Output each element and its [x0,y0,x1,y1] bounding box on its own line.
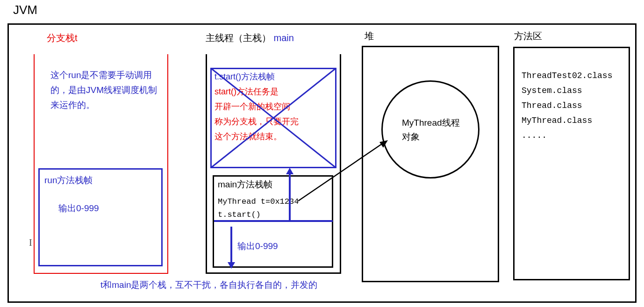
run-frame-title: run方法栈帧 [44,174,93,186]
svg-marker-3 [286,168,293,174]
diagram-canvas: JVM 分支栈t 主线程（主栈） main 堆 方法区 这个run是不需要手动调… [0,0,644,307]
jvm-title: JVM [13,3,37,17]
start-frame-line4: 称为分支栈，只要开完 [212,114,335,129]
start-frame-line1: t.start()方法栈帧 [212,69,335,84]
heap-object-label: MyThread线程 对象 [402,116,460,144]
method-class-4: ..... [522,128,612,143]
start-frame-line2: start()方法任务是 [212,84,335,99]
svg-marker-8 [379,140,388,148]
main-stack-title-black: 主线程（主栈） [206,33,271,43]
heap-object-line2: 对象 [402,130,460,144]
start-frame-line3: 开辟一个新的栈空间 [212,99,335,114]
heap-title: 堆 [365,30,374,43]
svg-marker-6 [228,262,235,269]
method-class-1: System.class [522,83,612,98]
run-stack-frame: run方法栈帧 输出0-999 [38,168,163,266]
method-class-2: Thread.class [522,98,612,113]
method-area-title: 方法区 [514,30,542,43]
text-cursor-icon: I [29,237,32,248]
main-stack-title-blue: main [274,33,294,43]
heap-object-line1: MyThread线程 [402,116,460,130]
pointer-arrow [293,136,396,210]
run-frame-output: 输出0-999 [58,202,99,214]
method-class-0: ThreadTest02.class [522,68,612,83]
branch-stack-note: 这个run是不需要手动调用的，是由JVM线程调度机制来运作的。 [50,68,158,113]
method-area-class-list: ThreadTest02.class System.class Thread.c… [522,68,612,143]
bottom-note: t和main是两个栈，互不干扰，各自执行各自的，并发的 [100,279,317,291]
method-class-3: MyThread.class [522,113,612,128]
main-stack-title: 主线程（主栈） main [206,32,294,44]
svg-line-7 [298,142,385,201]
branch-stack-title: 分支栈t [47,32,78,44]
